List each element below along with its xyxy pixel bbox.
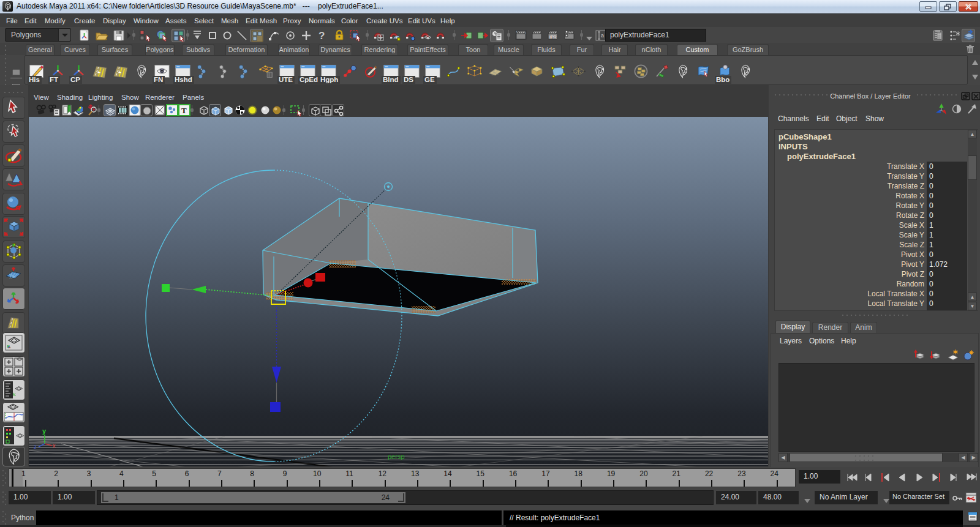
svg-text:x: x bbox=[53, 443, 56, 449]
svg-text:persp: persp bbox=[388, 453, 405, 460]
svg-text:?: ? bbox=[318, 30, 325, 42]
svg-text:a: a bbox=[601, 32, 604, 39]
svg-text:IPR: IPR bbox=[549, 35, 557, 39]
svg-text:T: T bbox=[181, 106, 187, 115]
svg-text:y: y bbox=[42, 427, 47, 435]
svg-text:z: z bbox=[34, 444, 37, 450]
